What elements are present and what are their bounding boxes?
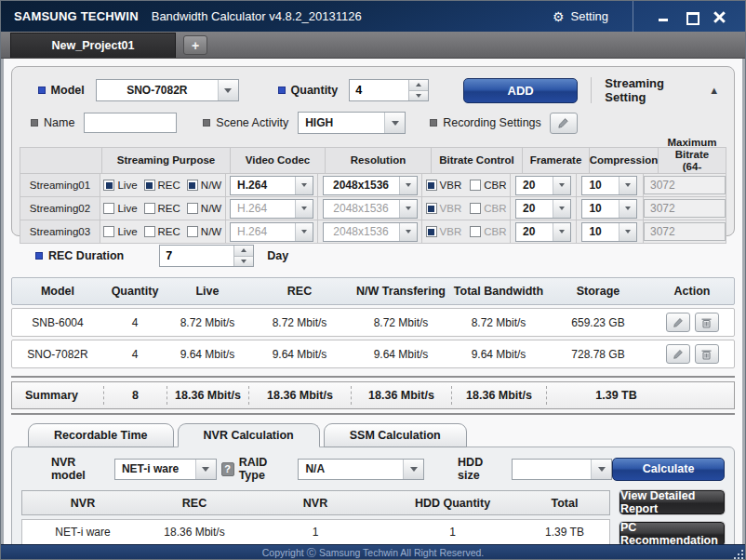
cbr-checkbox[interactable] (470, 180, 481, 191)
summary-label: Summary (12, 386, 103, 405)
compression-dropdown[interactable]: 10 (581, 176, 637, 195)
rec-label: REC (158, 203, 180, 214)
section-divider (591, 77, 592, 103)
gear-icon: ⚙ (553, 10, 565, 23)
resolution-dropdown[interactable]: 2048x1536 (323, 199, 418, 219)
cbr-label: CBR (484, 203, 506, 214)
quantity-input[interactable] (350, 80, 408, 100)
live-cell: 8.72 Mbit/s (167, 316, 248, 329)
hdd-quantity-cell: 1 (385, 526, 520, 539)
tab-ssm-calculation[interactable]: SSM Calculation (324, 423, 467, 447)
rec-duration-up-icon[interactable] (234, 246, 253, 256)
help-icon[interactable]: ? (221, 462, 234, 476)
model-label: Model (51, 84, 85, 97)
tab-recordable-time[interactable]: Recordable Time (28, 423, 174, 447)
video-codec-dropdown[interactable]: H.264 (230, 199, 313, 219)
calculate-button[interactable]: Calculate (612, 458, 725, 481)
hdd-size-label: HDD size (458, 456, 504, 482)
cbr-checkbox[interactable] (470, 226, 481, 237)
quantity-up-icon[interactable] (409, 80, 428, 90)
rec-checkbox[interactable] (144, 226, 155, 237)
view-detailed-report-button[interactable]: View Detailed Report (619, 490, 725, 514)
edit-row-button[interactable] (666, 313, 690, 332)
model-bullet-icon (38, 87, 46, 94)
nw-checkbox[interactable] (187, 203, 198, 214)
resolution-dropdown[interactable]: 2048x1536 (323, 222, 418, 242)
nvr-model-value: NET-i ware (115, 462, 195, 475)
rec-checkbox[interactable] (144, 203, 155, 214)
tab-nvr-calculation[interactable]: NVR Calculation (178, 423, 320, 447)
setting-button[interactable]: ⚙ Setting (528, 1, 633, 32)
scene-activity-value: HIGH (299, 116, 384, 129)
maximize-icon[interactable] (686, 10, 699, 23)
setting-label: Setting (571, 9, 608, 23)
vbr-checkbox[interactable] (426, 226, 437, 237)
minimize-icon[interactable] (658, 10, 671, 23)
rec-duration-bullet-icon (35, 252, 43, 260)
pc-recommendation-button[interactable]: PC Recommendation (619, 522, 725, 544)
nvr-table-header: NVR REC NVR HDD Quantity Total (21, 490, 610, 515)
vbr-checkbox[interactable] (426, 203, 437, 214)
framerate-dropdown[interactable]: 20 (515, 176, 571, 195)
vbr-label: VBR (440, 180, 462, 191)
nw-cell: 9.64 Mbit/s (351, 348, 451, 361)
total-cell: 9.64 Mbit/s (451, 348, 546, 361)
table-row: SNB-6004 4 8.72 Mbit/s 8.72 Mbit/s 8.72 … (11, 308, 735, 337)
vbr-checkbox[interactable] (426, 180, 437, 191)
streaming-setting-toggle[interactable]: Streaming Setting ▲ (605, 76, 728, 104)
quantity-cell: 4 (103, 348, 167, 361)
streaming-row-03: Streaming03 Live REC N/W H.264 2048x1536… (20, 220, 726, 244)
rec-duration-label: REC Duration (48, 249, 124, 262)
rec-duration-down-icon[interactable] (234, 256, 253, 267)
col-nw-transfering: N/W Transfering (351, 285, 451, 298)
brand-text: SAMSUNG TECHWIN (14, 9, 139, 23)
recording-settings-edit-button[interactable] (550, 113, 578, 134)
rec-duration-stepper (159, 245, 254, 267)
quantity-down-icon[interactable] (409, 90, 428, 101)
edit-row-button[interactable] (666, 344, 690, 364)
delete-row-button[interactable] (695, 313, 719, 332)
hdd-size-dropdown[interactable] (512, 459, 612, 480)
chevron-down-icon (553, 200, 570, 218)
raid-type-value: N/A (299, 462, 403, 475)
app-window: SAMSUNG TECHWIN Bandwidth Calculator v4.… (0, 0, 746, 560)
framerate-dropdown[interactable]: 20 (515, 222, 571, 242)
model-cell: SNB-6004 (12, 316, 103, 329)
name-input[interactable] (84, 113, 177, 133)
rec-duration-input[interactable] (160, 246, 233, 266)
nvr-model-dropdown[interactable]: NET-i ware (114, 459, 217, 480)
scene-activity-dropdown[interactable]: HIGH (298, 112, 406, 134)
live-checkbox[interactable] (103, 180, 114, 191)
delete-row-button[interactable] (695, 344, 719, 364)
model-dropdown[interactable]: SNO-7082R (96, 79, 239, 101)
nw-checkbox[interactable] (187, 180, 198, 191)
live-label: Live (117, 203, 137, 214)
tab-new-project01[interactable]: New_Project01 (10, 33, 176, 58)
chevron-down-icon (399, 177, 417, 194)
max-bitrate-field: 3072 (644, 222, 726, 241)
video-codec-dropdown[interactable]: H.264 (230, 222, 313, 242)
quantity-bullet-icon (278, 87, 286, 94)
summary-quantity: 8 (103, 386, 167, 405)
add-button[interactable]: ADD (463, 78, 579, 103)
rec-cell: 8.72 Mbit/s (248, 316, 351, 329)
compression-dropdown[interactable]: 10 (581, 222, 637, 242)
streaming-row-02: Streaming02 Live REC N/W H.264 2048x1536… (20, 197, 726, 220)
close-icon[interactable] (713, 10, 726, 23)
live-checkbox[interactable] (103, 226, 114, 237)
rec-checkbox[interactable] (144, 180, 155, 191)
raid-type-dropdown[interactable]: N/A (298, 459, 424, 480)
compression-dropdown[interactable]: 10 (581, 199, 637, 219)
resize-grip[interactable] (731, 547, 743, 559)
nw-checkbox[interactable] (187, 226, 198, 237)
resolution-dropdown[interactable]: 2048x1536 (323, 176, 418, 195)
cbr-checkbox[interactable] (470, 203, 481, 214)
nw-label: N/W (201, 180, 221, 191)
col-storage: Storage (546, 285, 650, 298)
framerate-dropdown[interactable]: 20 (515, 199, 571, 219)
trash-icon (701, 317, 712, 328)
video-codec-dropdown[interactable]: H.264 (230, 176, 313, 195)
live-checkbox[interactable] (103, 203, 114, 214)
calculation-tabs: Recordable Time NVR Calculation SSM Calc… (28, 423, 737, 447)
add-project-tab-button[interactable]: + (183, 35, 207, 55)
